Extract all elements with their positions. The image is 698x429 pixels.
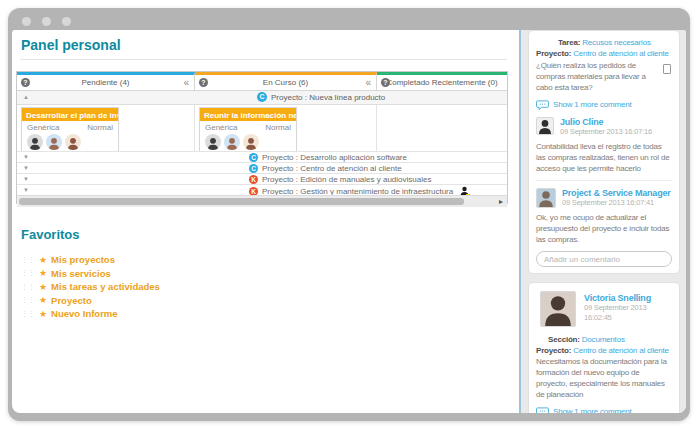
- project-badge[interactable]: C Proyecto : Desarrollo aplicación softw…: [249, 153, 407, 162]
- comment-header: Project & Service Manager 09 September 2…: [536, 188, 672, 208]
- favorites-section: Favoritos ⋮⋮ ★ Mis proyectos ⋮⋮ ★ Mis se…: [21, 227, 160, 321]
- swimlane-project-label: Proyecto : Nueva línea producto: [271, 93, 385, 102]
- column-title: Pendiente (4): [81, 78, 129, 87]
- field-label: Proyecto:: [536, 346, 571, 355]
- collapse-column-icon[interactable]: «: [365, 76, 371, 90]
- favorite-label: Mis proyectos: [51, 254, 115, 265]
- comment-text: Contabilidad lleva el registro de todas …: [536, 141, 672, 174]
- project-row: ▼ K Proyecto : Edición de manuales y aud…: [17, 173, 507, 184]
- question-text: ¿Quién realiza los pedidos de compras ma…: [536, 61, 646, 92]
- project-type-icon: C: [257, 92, 267, 102]
- help-icon[interactable]: ?: [21, 78, 30, 87]
- task-question: ¿Quién realiza los pedidos de compras ma…: [536, 60, 672, 93]
- board-shortcut-icon[interactable]: [663, 64, 671, 74]
- favorite-item-mis-tareas[interactable]: ⋮⋮ ★ Mis tareas y actividades: [21, 280, 160, 294]
- project-row: ▼ C Proyecto : Desarrollo aplicación sof…: [17, 151, 507, 162]
- page-title: Panel personal: [21, 37, 121, 53]
- help-icon[interactable]: ?: [199, 78, 208, 87]
- scroll-right-icon[interactable]: ▸: [499, 196, 503, 207]
- favorite-item-mis-proyectos[interactable]: ⋮⋮ ★ Mis proyectos: [21, 253, 160, 267]
- comment-text: Ok, yo me ocupo de actualizar el presupu…: [536, 212, 672, 245]
- drag-handle-icon[interactable]: ⋮⋮: [21, 269, 35, 277]
- column-completado: ? Completado Recientemente (0): [377, 72, 507, 90]
- project-badge[interactable]: C Proyecto : Centro de atención al clien…: [249, 164, 402, 173]
- column-title: En Curso (6): [263, 78, 308, 87]
- favorite-label: Mis servicios: [51, 268, 111, 279]
- help-icon[interactable]: ?: [381, 78, 390, 87]
- task-card[interactable]: Desarrollar el plan de inv... Genérica N…: [21, 107, 119, 155]
- task-category: Genérica: [205, 123, 237, 132]
- favorite-item-mis-servicios[interactable]: ⋮⋮ ★ Mis servicios: [21, 267, 160, 281]
- star-icon: ★: [39, 282, 47, 292]
- avatar: [46, 134, 62, 150]
- task-card-meta: Genérica Normal: [200, 121, 296, 132]
- avatar: [27, 134, 43, 150]
- post-date: 09 September 2013 16:02:45: [584, 303, 672, 323]
- project-field: Proyecto: Centro de atención al cliente: [536, 48, 672, 59]
- expand-row-icon[interactable]: ▼: [23, 165, 29, 171]
- project-link[interactable]: Centro de atención al cliente: [573, 49, 669, 58]
- activity-card-section: Victoria Snelling 09 September 2013 16:0…: [528, 282, 680, 413]
- favorite-label: Nuevo Informe: [51, 308, 118, 319]
- drag-handle-icon[interactable]: ⋮⋮: [21, 296, 35, 304]
- task-link[interactable]: Recusos necesarios: [582, 38, 650, 47]
- window-dot-icon: [42, 17, 51, 26]
- project-field: Proyecto: Centro de atención al cliente: [536, 345, 672, 356]
- horizontal-scrollbar[interactable]: ▸: [17, 195, 507, 207]
- drag-handle-icon[interactable]: ⋮⋮: [21, 283, 35, 291]
- expand-row-icon[interactable]: ▼: [23, 154, 29, 160]
- field-label: Tarea:: [558, 38, 580, 47]
- avatar: [540, 291, 576, 327]
- task-priority: Normal: [265, 123, 291, 132]
- avatar: [536, 188, 556, 208]
- star-icon: ★: [39, 295, 47, 305]
- comment-header: Julio Cline 09 September 2013 16:07:16: [536, 117, 672, 137]
- project-badge[interactable]: K Proyecto : Edición de manuales y audio…: [249, 175, 431, 184]
- project-link[interactable]: Centro de atención al cliente: [573, 346, 669, 355]
- favorite-item-proyecto[interactable]: ⋮⋮ ★ Proyecto: [21, 294, 160, 308]
- post-text: Necesitamos la documentación para la for…: [536, 356, 672, 400]
- project-label: Proyecto : Desarrollo aplicación softwar…: [262, 153, 407, 162]
- project-type-icon: C: [249, 164, 258, 173]
- browser-window: Panel personal ? Pendiente (4) « ? En Cu…: [8, 8, 690, 421]
- show-more-comments-link[interactable]: Show 1 more comment: [536, 99, 672, 110]
- star-icon: ★: [39, 309, 47, 319]
- field-label: Proyecto:: [536, 49, 571, 58]
- post-author-link[interactable]: Victoria Snelling: [584, 293, 672, 303]
- task-field: Tarea: Recusos necesarios: [558, 37, 672, 48]
- star-icon: ★: [39, 255, 47, 265]
- main-panel: Panel personal ? Pendiente (4) « ? En Cu…: [12, 30, 519, 413]
- kanban-board: ? Pendiente (4) « ? En Curso (6) « ? Com…: [16, 71, 508, 204]
- task-card-title-text: Desarrollar el plan de inv...: [26, 111, 118, 120]
- project-label: Proyecto : Edición de manuales y audiovi…: [262, 175, 431, 184]
- star-icon: ★: [39, 268, 47, 278]
- avatar: [224, 134, 240, 150]
- column-en-curso: ? En Curso (6) «: [195, 72, 377, 90]
- swimlane-project-badge[interactable]: C Proyecto : Nueva línea producto: [257, 92, 385, 102]
- comment-author-link[interactable]: Julio Cline: [560, 117, 652, 127]
- task-category: Genérica: [27, 123, 59, 132]
- collapse-swimlane-icon[interactable]: ▲: [23, 94, 29, 100]
- project-row: ▼ K Proyecto : Gestión y mantenimiento d…: [17, 184, 507, 195]
- swimlane-row: ▲ C Proyecto : Nueva línea producto: [17, 91, 507, 105]
- show-more-comments-link[interactable]: Show 1 more comment: [536, 406, 672, 413]
- task-card-title-text: Reunir la información ne...: [204, 111, 296, 120]
- project-type-icon: C: [249, 153, 258, 162]
- section-link[interactable]: Documentos: [582, 335, 625, 344]
- comment-author-link[interactable]: Project & Service Manager: [562, 188, 671, 198]
- expand-row-icon[interactable]: ▼: [23, 187, 29, 193]
- drag-handle-icon[interactable]: ⋮⋮: [21, 310, 35, 318]
- window-dot-icon: [22, 17, 31, 26]
- scrollbar-thumb[interactable]: [19, 198, 464, 205]
- collapse-column-icon[interactable]: «: [183, 76, 189, 90]
- favorite-item-nuevo-informe[interactable]: ⋮⋮ ★ Nuevo Informe: [21, 307, 160, 321]
- project-label: Proyecto : Centro de atención al cliente: [262, 164, 402, 173]
- section-field: Sección: Documentos: [548, 334, 672, 345]
- cell-en-curso: Reunir la información ne... Genérica Nor…: [195, 105, 377, 151]
- task-card-title: Reunir la información ne...: [200, 108, 296, 121]
- task-card[interactable]: Reunir la información ne... Genérica Nor…: [199, 107, 297, 155]
- add-comment-input[interactable]: [536, 251, 672, 267]
- favorites-title: Favoritos: [21, 227, 160, 242]
- expand-row-icon[interactable]: ▼: [23, 176, 29, 182]
- drag-handle-icon[interactable]: ⋮⋮: [21, 256, 35, 264]
